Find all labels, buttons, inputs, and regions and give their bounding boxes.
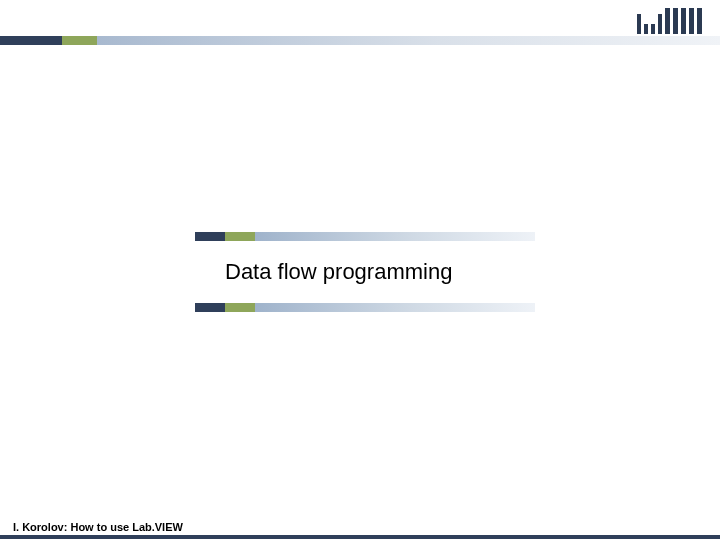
header-divider-bar <box>0 36 720 45</box>
header <box>0 0 720 45</box>
footer-divider <box>0 535 720 539</box>
logo-szfki <box>637 4 702 34</box>
slide-title: Data flow programming <box>195 241 535 303</box>
title-block: Data flow programming <box>195 232 535 312</box>
title-top-accent <box>195 232 535 241</box>
footer-text: I. Korolov: How to use Lab.VIEW <box>13 521 183 533</box>
title-bottom-accent <box>195 303 535 312</box>
